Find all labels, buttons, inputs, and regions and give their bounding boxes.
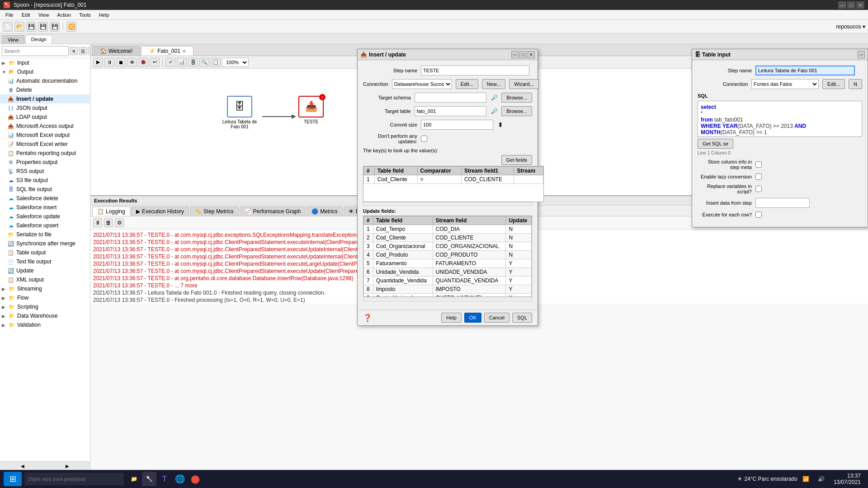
menu-action[interactable]: Action: [53, 11, 75, 19]
update-row[interactable]: 2 Cod_Cliente COD_CLIENTE N: [364, 234, 532, 242]
new-button[interactable]: 📄: [3, 22, 13, 32]
sidebar-item-streaming[interactable]: ▶ 📁 Streaming: [0, 284, 90, 293]
lookup-scroll[interactable]: [363, 202, 532, 206]
node-teste[interactable]: 📥 ! TESTE: [298, 96, 324, 124]
taskbar-search[interactable]: [24, 473, 124, 485]
taskbar-teams-icon[interactable]: T: [157, 472, 172, 486]
node-box-leitura[interactable]: 🗄: [227, 96, 252, 117]
impact-button[interactable]: 📊: [177, 58, 187, 67]
ti-minimize-button[interactable]: —: [858, 51, 865, 58]
zoom-select[interactable]: 100% 75% 50% 150%: [222, 58, 249, 67]
update-row[interactable]: 1 Cod_Tempo COD_DIA N: [364, 225, 532, 234]
sidebar-item-table-output[interactable]: 📋 Table output: [0, 248, 90, 257]
sql-button[interactable]: 🗄: [188, 58, 198, 67]
sidebar-item-sf-update[interactable]: ☁ Salesforce update: [0, 212, 90, 221]
ti-new-button[interactable]: N: [849, 79, 862, 89]
sidebar-item-sf-delete[interactable]: ☁ Salesforce delete: [0, 194, 90, 203]
tab-close-icon[interactable]: ✕: [182, 49, 186, 54]
sidebar-item-xml-output[interactable]: 📋 XML output: [0, 275, 90, 284]
ti-insert-data-input[interactable]: [755, 198, 810, 208]
maximize-button[interactable]: □: [847, 1, 855, 9]
cancel-button[interactable]: Cancel: [484, 313, 509, 323]
dialog-close-button[interactable]: ✕: [528, 51, 535, 58]
sidebar-item-properties-output[interactable]: ⚙ Properties output: [0, 158, 90, 167]
edit-connection-button[interactable]: Edit...: [456, 79, 478, 89]
network-icon[interactable]: 📶: [799, 472, 813, 486]
sql-button[interactable]: SQL: [512, 313, 532, 323]
ti-replace-vars-checkbox[interactable]: [755, 186, 762, 192]
update-row[interactable]: 7 Quantidade_Vendida QUANTIDADE_VENDIDA …: [364, 277, 532, 285]
log-pause-button[interactable]: ⏸: [93, 218, 102, 227]
node-box-teste[interactable]: 📥 !: [298, 96, 324, 117]
sidebar-item-insert-update[interactable]: 📥 Insert / update: [0, 94, 90, 103]
sidebar-item-sf-upsert[interactable]: ☁ Salesforce upsert: [0, 221, 90, 230]
tab-metrics[interactable]: 🔵 Metrics: [307, 206, 343, 216]
tab-design[interactable]: Design: [25, 35, 52, 44]
save-all-button[interactable]: 💾: [50, 22, 60, 32]
scroll-right-button[interactable]: ▶: [45, 462, 90, 470]
update-row[interactable]: 6 Unidade_Vendida UNIDADE_VENDIDA Y: [364, 268, 532, 277]
tab-step-metrics[interactable]: 📏 Step Metrics: [190, 206, 239, 216]
lookup-row-1[interactable]: 1 Cod_Cliente = COD_CLIENTE: [364, 175, 543, 184]
pause-button[interactable]: ⏸: [104, 58, 114, 67]
tab-view[interactable]: View: [2, 35, 24, 44]
log-clear-button[interactable]: 🗑: [104, 218, 113, 227]
explore-button[interactable]: 🔍: [199, 58, 209, 67]
update-row[interactable]: 9 Custo_Variavel CUSTO_VARIAVEL Y: [364, 294, 532, 297]
new-connection-button[interactable]: New...: [482, 79, 506, 89]
update-row[interactable]: 8 Imposto IMPOSTO Y: [364, 285, 532, 294]
sidebar-item-flow[interactable]: ▶ 📁 Flow: [0, 293, 90, 302]
sidebar-item-ldap-output[interactable]: 📤 LDAP output: [0, 113, 90, 122]
share-button[interactable]: 🔀: [66, 22, 76, 32]
menu-edit[interactable]: Edit: [18, 11, 34, 19]
check-button[interactable]: ✓: [165, 58, 175, 67]
sidebar-item-ms-excel-writer[interactable]: 📝 Microsoft Excel writer: [0, 140, 90, 149]
volume-icon[interactable]: 🔊: [815, 472, 828, 486]
sidebar-item-text-output[interactable]: 📄 Text file output: [0, 257, 90, 266]
taskbar-spoon-icon[interactable]: 🥄: [142, 472, 156, 486]
minimize-button[interactable]: —: [838, 1, 846, 9]
sidebar-item-serialize[interactable]: 📁 Serialize to file: [0, 230, 90, 239]
tab-logging[interactable]: 📋 Logging: [92, 206, 130, 216]
sidebar-item-update[interactable]: 🔄 Update: [0, 266, 90, 275]
ti-edit-button[interactable]: Edit...: [822, 79, 845, 89]
connection-select[interactable]: Datawarehouse Sucos: [392, 79, 452, 89]
dialog-minimize-button[interactable]: —: [511, 51, 519, 58]
get-fields-button[interactable]: Get fields: [501, 155, 532, 165]
show-log-button[interactable]: 📋: [211, 58, 221, 67]
debug-button[interactable]: 🐞: [138, 58, 148, 67]
target-table-input[interactable]: [415, 106, 487, 116]
sidebar-item-ms-access[interactable]: 📤 Microsoft Access output: [0, 122, 90, 131]
menu-view[interactable]: View: [35, 11, 53, 19]
stop-button[interactable]: ⏹: [116, 58, 126, 67]
sidebar-item-input[interactable]: ▶ 📁 Input: [0, 58, 90, 67]
sidebar-item-scripting[interactable]: ▶ 📁 Scripting: [0, 302, 90, 311]
start-button[interactable]: ⊞: [4, 472, 22, 486]
commit-size-input[interactable]: [421, 120, 493, 130]
ti-connection-select[interactable]: Fontes das Fatos: [751, 79, 819, 89]
sidebar-item-auto-doc[interactable]: 📊 Automatic documentation: [0, 76, 90, 85]
node-leitura[interactable]: 🗄 Leitura Tabela de Fato 001: [222, 96, 258, 129]
step-name-input[interactable]: [421, 66, 529, 75]
sidebar-item-delete[interactable]: 🗑 Delete: [0, 85, 90, 94]
run-button[interactable]: ▶: [93, 58, 103, 67]
sql-editor[interactable]: select * from tab_fato001 WHERE YEAR(DAT…: [698, 101, 862, 137]
menu-help[interactable]: Help: [95, 11, 113, 19]
menu-file[interactable]: File: [2, 11, 17, 19]
search-options-button[interactable]: ☰: [79, 47, 87, 55]
preview-button[interactable]: 👁: [127, 58, 137, 67]
help-button[interactable]: Help: [441, 313, 462, 323]
sidebar-item-ms-excel[interactable]: 📊 Microsoft Excel output: [0, 131, 90, 140]
update-row[interactable]: 4 Cod_Produto COD_PRODUTO N: [364, 251, 532, 259]
sidebar-item-rss-output[interactable]: 📡 RSS output: [0, 167, 90, 176]
search-input[interactable]: [2, 46, 69, 56]
ti-store-col-checkbox[interactable]: [755, 161, 762, 168]
tab-perf-graph[interactable]: 📈 Performance Graph: [240, 206, 306, 216]
update-row[interactable]: 3 Cod_Organizacional COD_ORGANIZACIONAL …: [364, 242, 532, 251]
browse-schema-button[interactable]: Browse...: [501, 93, 532, 103]
scroll-left-button[interactable]: ◀: [0, 462, 45, 470]
ti-lazy-checkbox[interactable]: [755, 174, 762, 180]
target-schema-input[interactable]: [415, 93, 487, 103]
taskbar-app5-icon[interactable]: ⬤: [188, 472, 203, 486]
sidebar-item-json-output[interactable]: { } JSON output: [0, 103, 90, 113]
